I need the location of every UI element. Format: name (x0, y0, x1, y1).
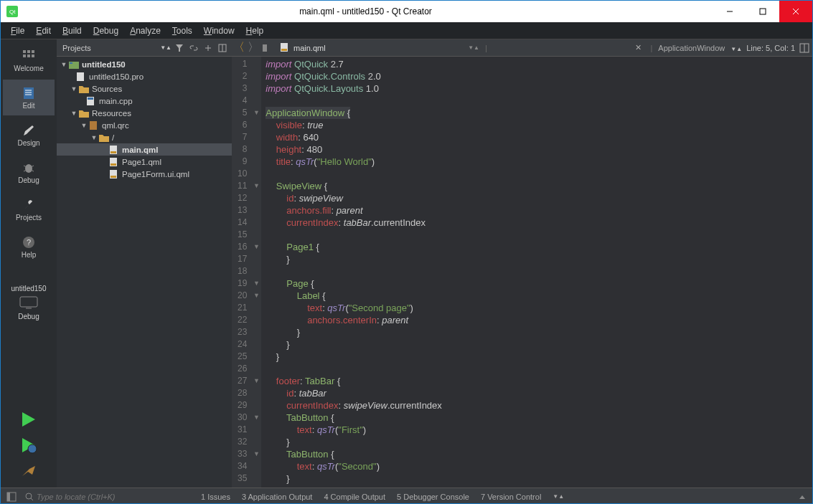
tree-sources[interactable]: ▼Sources (57, 82, 232, 95)
close-button[interactable] (779, 1, 812, 22)
locator[interactable] (22, 493, 194, 501)
tree-page1form-qml[interactable]: Page1Form.ui.qml (57, 168, 232, 180)
filter-icon[interactable] (173, 42, 186, 54)
mode-design[interactable]: Design (3, 117, 55, 153)
mode-debug[interactable]: Debug (3, 154, 55, 190)
menu-debug[interactable]: Debug (88, 24, 124, 37)
split-editor-icon[interactable] (799, 43, 812, 53)
link-icon[interactable] (187, 42, 200, 54)
mode-edit[interactable]: Edit (3, 80, 55, 115)
target-selector[interactable]: untitled150 Debug (3, 282, 55, 323)
menubar: File Edit Build Debug Analyze Tools Wind… (1, 22, 812, 39)
titlebar: Qt main.qml - untitled150 - Qt Creator (1, 1, 812, 22)
tree-qrc[interactable]: ▼qml.qrc (57, 119, 232, 131)
folder-icon (78, 84, 90, 94)
output-version[interactable]: 7 Version Control (475, 493, 547, 501)
qml-file-icon (108, 157, 120, 167)
nav-forward-button[interactable]: 〉 (246, 40, 260, 55)
menu-analyze[interactable]: Analyze (124, 24, 166, 37)
svg-rect-9 (27, 54, 30, 57)
svg-point-26 (28, 444, 37, 453)
svg-rect-34 (77, 72, 84, 81)
mode-rail: Welcome Edit Design Debug Projects ?Help… (1, 39, 57, 488)
tree-main-cpp[interactable]: main.cpp (57, 95, 232, 107)
svg-rect-44 (263, 44, 267, 52)
svg-text:Qt: Qt (9, 9, 16, 15)
window-title: main.qml - untitled150 - Qt Creator (18, 6, 713, 16)
maximize-button[interactable] (746, 1, 779, 22)
mode-projects[interactable]: Projects (3, 191, 55, 227)
search-icon (25, 493, 34, 501)
svg-rect-8 (23, 54, 26, 57)
bookmark-icon[interactable] (260, 44, 273, 52)
svg-rect-36 (88, 98, 93, 100)
question-icon: ? (22, 235, 36, 249)
qml-file-icon (108, 145, 120, 155)
svg-marker-53 (799, 495, 805, 499)
output-compile[interactable]: 4 Compile Output (318, 493, 391, 501)
svg-rect-5 (23, 50, 26, 53)
menu-tools[interactable]: Tools (166, 24, 198, 37)
minimize-button[interactable] (713, 1, 746, 22)
svg-rect-37 (90, 121, 97, 130)
progress-toggle-icon[interactable] (792, 493, 812, 501)
output-dropdown-icon[interactable]: ▼▲ (547, 493, 570, 500)
grid-icon (22, 49, 36, 63)
qml-file-icon (108, 169, 120, 179)
output-debugger[interactable]: 5 Debugger Console (391, 493, 475, 501)
svg-point-15 (25, 164, 32, 173)
build-button[interactable] (19, 462, 38, 480)
svg-rect-2 (760, 9, 766, 14)
file-tab[interactable]: main.qml ▼▲ | ✕ | ApplicationWindow (273, 42, 730, 54)
tree-pro-file[interactable]: untitled150.pro (57, 70, 232, 82)
code-editor[interactable]: 1234567891011121314151617181920212223242… (232, 57, 812, 488)
output-issues[interactable]: 1 Issues (195, 493, 236, 501)
tree-resources[interactable]: ▼Resources (57, 107, 232, 119)
svg-line-52 (31, 498, 33, 500)
menu-file[interactable]: File (5, 24, 30, 37)
menu-window[interactable]: Window (198, 24, 240, 37)
svg-rect-22 (20, 297, 37, 307)
symbol-combo[interactable]: ApplicationWindow (658, 44, 725, 52)
project-icon (68, 60, 80, 70)
svg-rect-33 (70, 62, 72, 64)
svg-rect-11 (24, 87, 34, 99)
tree-page1-qml[interactable]: Page1.qml (57, 156, 232, 168)
menu-help[interactable]: Help (240, 24, 270, 37)
tree-main-qml[interactable]: main.qml (57, 143, 232, 156)
folder-icon (78, 108, 90, 118)
svg-marker-27 (176, 44, 183, 52)
svg-rect-7 (32, 50, 34, 53)
pro-file-icon (75, 72, 87, 82)
project-tree[interactable]: ▼untitled150 untitled150.pro ▼Sources ma… (57, 57, 232, 488)
debug-run-button[interactable] (19, 436, 38, 455)
statusbar: 1 Issues 3 Application Output 4 Compile … (1, 488, 812, 504)
nav-back-button[interactable]: 〈 (232, 40, 246, 55)
svg-marker-24 (22, 412, 35, 427)
svg-rect-46 (281, 49, 287, 51)
cpp-file-icon (85, 96, 97, 106)
svg-rect-39 (111, 151, 116, 153)
menu-build[interactable]: Build (57, 24, 88, 37)
qrc-file-icon (88, 120, 100, 130)
tree-qrc-root[interactable]: ▼/ (57, 131, 232, 143)
tree-project-root[interactable]: ▼untitled150 (57, 58, 232, 70)
locator-input[interactable] (37, 493, 166, 501)
split-panel-icon[interactable] (216, 42, 229, 54)
mode-help[interactable]: ?Help (3, 229, 55, 265)
run-button[interactable] (19, 410, 38, 429)
monitor-icon (17, 295, 40, 310)
menu-edit[interactable]: Edit (30, 24, 57, 37)
svg-text:?: ? (27, 238, 31, 247)
output-appout[interactable]: 3 Application Output (236, 493, 318, 501)
qml-file-icon (279, 42, 291, 54)
sidebar-toggle-icon[interactable] (1, 492, 22, 502)
cursor-position: ▼▲Line: 5, Col: 1 (730, 44, 799, 52)
bug-icon (22, 161, 36, 175)
svg-rect-41 (111, 163, 116, 166)
mode-welcome[interactable]: Welcome (3, 42, 55, 78)
tab-close-button[interactable]: ✕ (632, 43, 644, 52)
svg-rect-6 (27, 50, 30, 53)
side-view-combo[interactable]: Projects▼▲ (60, 44, 171, 52)
add-icon[interactable] (202, 42, 215, 54)
